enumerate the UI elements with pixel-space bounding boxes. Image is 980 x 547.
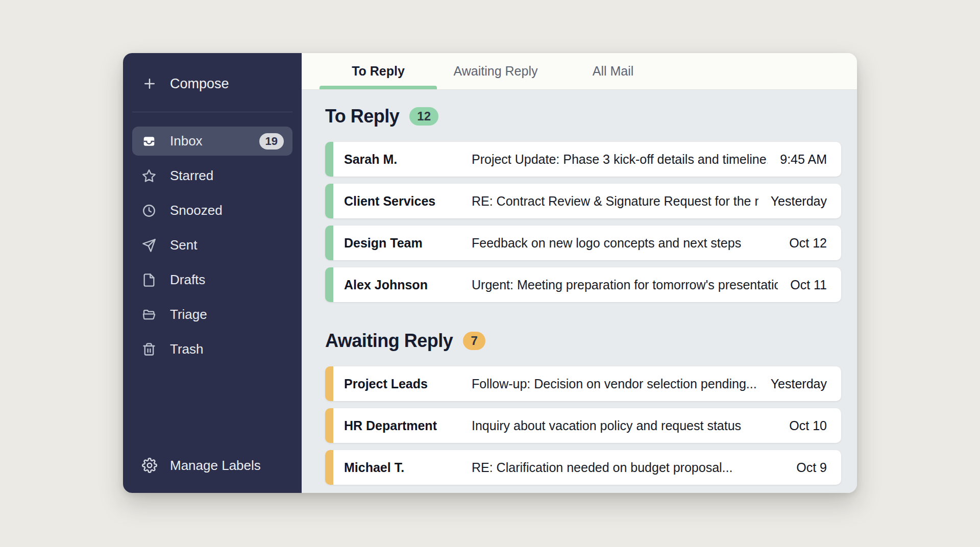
section-count-badge: 12 — [409, 107, 438, 126]
email-sender: Alex Johnson — [344, 278, 472, 292]
email-subject: Inquiry about vacation policy and reques… — [472, 418, 777, 433]
awaiting-reply-list: Project Leads Follow-up: Decision on ven… — [325, 366, 841, 485]
email-sender: Project Leads — [344, 377, 472, 391]
email-time: Oct 9 — [784, 460, 827, 475]
paper-plane-icon — [142, 238, 156, 253]
section-header-awaiting-reply: Awaiting Reply 7 — [325, 328, 841, 354]
sidebar-item-label: Sent — [170, 237, 198, 253]
sidebar-item-label: Snoozed — [170, 203, 223, 218]
sidebar-item-snoozed[interactable]: Snoozed — [132, 196, 292, 225]
sidebar-item-label: Trash — [170, 341, 204, 357]
sidebar-nav: Inbox 19 Starred Snoozed Sent — [123, 127, 302, 369]
file-icon — [142, 273, 156, 287]
email-sender: Sarah M. — [344, 152, 472, 167]
sidebar-item-label: Inbox — [170, 133, 203, 149]
email-sender: Design Team — [344, 236, 472, 251]
sidebar-item-starred[interactable]: Starred — [132, 161, 292, 190]
sidebar-item-label: Starred — [170, 168, 213, 184]
compose-label: Compose — [170, 76, 229, 92]
email-time: Oct 10 — [777, 418, 827, 433]
sidebar-item-label: Triage — [170, 307, 207, 322]
compose-button[interactable]: Compose — [123, 72, 302, 95]
email-time: Oct 11 — [778, 278, 827, 292]
email-row[interactable]: Alex Johnson Urgent: Meeting preparation… — [325, 267, 841, 302]
email-subject: Feedback on new logo concepts and next s… — [472, 236, 777, 251]
trash-icon — [142, 342, 156, 357]
email-subject: Follow-up: Decision on vendor selection … — [472, 377, 758, 391]
folder-open-icon — [142, 308, 156, 322]
email-time: Oct 12 — [777, 236, 827, 251]
section-title: To Reply — [325, 106, 399, 127]
sidebar-item-trash[interactable]: Trash — [132, 335, 292, 364]
sidebar: Compose Inbox 19 Starred — [123, 53, 302, 493]
tab-all-mail[interactable]: All Mail — [554, 53, 672, 89]
email-time: Yesterday — [758, 377, 827, 391]
email-time: Yesterday — [758, 194, 827, 209]
to-reply-list: Sarah M. Project Update: Phase 3 kick-of… — [325, 142, 841, 302]
main-panel: To Reply Awaiting Reply All Mail To Repl… — [302, 53, 857, 493]
manage-labels-button[interactable]: Manage Labels — [123, 454, 302, 477]
email-row[interactable]: Sarah M. Project Update: Phase 3 kick-of… — [325, 142, 841, 177]
sidebar-item-triage[interactable]: Triage — [132, 300, 292, 329]
email-subject: RE: Contract Review & Signature Request … — [472, 194, 758, 209]
plus-icon — [142, 76, 157, 91]
email-sender: HR Department — [344, 418, 472, 433]
sidebar-divider — [132, 112, 292, 112]
tab-awaiting-reply[interactable]: Awaiting Reply — [437, 53, 554, 89]
sidebar-item-sent[interactable]: Sent — [132, 231, 292, 260]
clock-icon — [142, 204, 156, 218]
mail-app-window: Compose Inbox 19 Starred — [123, 53, 857, 493]
tab-bar: To Reply Awaiting Reply All Mail — [302, 53, 857, 90]
inbox-count-badge: 19 — [259, 133, 284, 150]
section-count-badge: 7 — [463, 332, 485, 350]
email-subject: Project Update: Phase 3 kick-off details… — [472, 152, 768, 167]
email-row[interactable]: Client Services RE: Contract Review & Si… — [325, 184, 841, 218]
gear-icon — [142, 458, 157, 473]
sidebar-item-label: Drafts — [170, 272, 205, 288]
email-subject: Urgent: Meeting preparation for tomorrow… — [472, 278, 778, 292]
email-row[interactable]: HR Department Inquiry about vacation pol… — [325, 408, 841, 443]
email-content: To Reply 12 Sarah M. Project Update: Pha… — [302, 90, 857, 493]
email-sender: Client Services — [344, 194, 472, 209]
email-row[interactable]: Project Leads Follow-up: Decision on ven… — [325, 366, 841, 401]
tab-to-reply[interactable]: To Reply — [320, 53, 437, 89]
section-title: Awaiting Reply — [325, 330, 453, 352]
email-time: 9:45 AM — [768, 152, 827, 167]
sidebar-item-inbox[interactable]: Inbox 19 — [132, 127, 292, 156]
sidebar-item-drafts[interactable]: Drafts — [132, 265, 292, 294]
email-row[interactable]: Michael T. RE: Clarification needed on b… — [325, 450, 841, 485]
star-icon — [142, 169, 156, 183]
inbox-icon — [142, 134, 156, 148]
email-row[interactable]: Design Team Feedback on new logo concept… — [325, 226, 841, 260]
manage-labels-label: Manage Labels — [170, 458, 261, 474]
section-header-to-reply: To Reply 12 — [325, 103, 841, 130]
email-sender: Michael T. — [344, 460, 472, 475]
email-subject: RE: Clarification needed on budget propo… — [472, 460, 784, 475]
